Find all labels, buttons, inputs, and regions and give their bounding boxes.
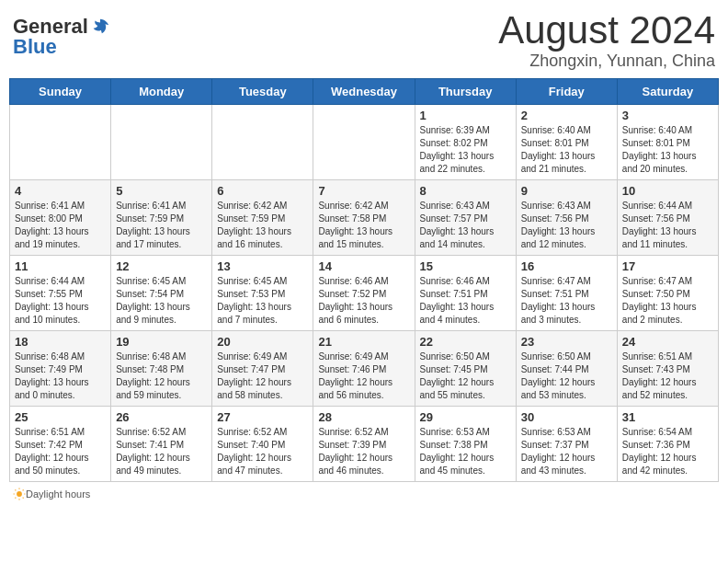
calendar-cell: 2Sunrise: 6:40 AM Sunset: 8:01 PM Daylig… <box>516 105 617 180</box>
day-info: Sunrise: 6:39 AM Sunset: 8:02 PM Dayligh… <box>420 124 511 176</box>
day-number: 27 <box>217 410 308 424</box>
calendar-cell: 28Sunrise: 6:52 AM Sunset: 7:39 PM Dayli… <box>313 407 415 482</box>
day-number: 7 <box>318 184 409 198</box>
day-number: 16 <box>521 259 612 273</box>
day-number: 2 <box>521 109 612 122</box>
day-info: Sunrise: 6:42 AM Sunset: 7:59 PM Dayligh… <box>217 200 308 251</box>
calendar-cell: 11Sunrise: 6:44 AM Sunset: 7:55 PM Dayli… <box>10 256 111 331</box>
calendar-cell: 21Sunrise: 6:49 AM Sunset: 7:46 PM Dayli… <box>313 331 415 407</box>
day-info: Sunrise: 6:46 AM Sunset: 7:51 PM Dayligh… <box>420 275 511 327</box>
day-info: Sunrise: 6:51 AM Sunset: 7:42 PM Dayligh… <box>15 426 106 477</box>
week-row-4: 18Sunrise: 6:48 AM Sunset: 7:49 PM Dayli… <box>10 331 719 407</box>
day-info: Sunrise: 6:47 AM Sunset: 7:51 PM Dayligh… <box>521 275 612 327</box>
day-number: 21 <box>318 335 409 349</box>
day-info: Sunrise: 6:48 AM Sunset: 7:49 PM Dayligh… <box>15 350 106 402</box>
day-number: 17 <box>622 259 713 273</box>
calendar-cell: 9Sunrise: 6:43 AM Sunset: 7:56 PM Daylig… <box>516 180 617 256</box>
day-info: Sunrise: 6:43 AM Sunset: 7:56 PM Dayligh… <box>521 200 612 251</box>
day-number: 1 <box>420 109 511 122</box>
day-info: Sunrise: 6:52 AM Sunset: 7:41 PM Dayligh… <box>116 426 207 477</box>
day-number: 5 <box>116 184 207 198</box>
day-number: 29 <box>420 410 511 424</box>
day-info: Sunrise: 6:48 AM Sunset: 7:48 PM Dayligh… <box>116 350 207 402</box>
day-number: 23 <box>521 335 612 349</box>
calendar-cell: 15Sunrise: 6:46 AM Sunset: 7:51 PM Dayli… <box>415 256 516 331</box>
day-number: 12 <box>116 259 207 273</box>
day-info: Sunrise: 6:54 AM Sunset: 7:36 PM Dayligh… <box>622 426 713 477</box>
day-info: Sunrise: 6:45 AM Sunset: 7:54 PM Dayligh… <box>116 275 207 327</box>
day-info: Sunrise: 6:51 AM Sunset: 7:43 PM Dayligh… <box>622 350 713 402</box>
calendar-cell: 7Sunrise: 6:42 AM Sunset: 7:58 PM Daylig… <box>313 180 415 256</box>
day-number: 11 <box>15 259 106 273</box>
svg-line-7 <box>23 490 24 491</box>
day-info: Sunrise: 6:41 AM Sunset: 7:59 PM Dayligh… <box>116 200 207 251</box>
week-row-2: 4Sunrise: 6:41 AM Sunset: 8:00 PM Daylig… <box>10 180 719 256</box>
calendar-cell: 25Sunrise: 6:51 AM Sunset: 7:42 PM Dayli… <box>10 407 111 482</box>
day-info: Sunrise: 6:49 AM Sunset: 7:47 PM Dayligh… <box>217 350 308 402</box>
calendar-cell: 6Sunrise: 6:42 AM Sunset: 7:59 PM Daylig… <box>212 180 313 256</box>
weekday-header-thursday: Thursday <box>415 79 516 105</box>
day-number: 18 <box>15 335 106 349</box>
calendar-cell: 1Sunrise: 6:39 AM Sunset: 8:02 PM Daylig… <box>415 105 516 180</box>
calendar-cell <box>313 105 415 180</box>
calendar-cell: 5Sunrise: 6:41 AM Sunset: 7:59 PM Daylig… <box>111 180 212 256</box>
calendar-cell: 13Sunrise: 6:45 AM Sunset: 7:53 PM Dayli… <box>212 256 313 331</box>
sun-icon <box>13 488 26 500</box>
day-info: Sunrise: 6:49 AM Sunset: 7:46 PM Dayligh… <box>318 350 409 402</box>
day-number: 8 <box>420 184 511 198</box>
day-info: Sunrise: 6:45 AM Sunset: 7:53 PM Dayligh… <box>217 275 308 327</box>
day-info: Sunrise: 6:50 AM Sunset: 7:44 PM Dayligh… <box>521 350 612 402</box>
logo-blue-text: Blue <box>13 35 57 59</box>
day-number: 20 <box>217 335 308 349</box>
day-number: 28 <box>318 410 409 424</box>
day-info: Sunrise: 6:40 AM Sunset: 8:01 PM Dayligh… <box>622 124 713 176</box>
calendar-cell: 29Sunrise: 6:53 AM Sunset: 7:38 PM Dayli… <box>415 407 516 482</box>
day-number: 19 <box>116 335 207 349</box>
weekday-header-tuesday: Tuesday <box>212 79 313 105</box>
day-number: 30 <box>521 410 612 424</box>
month-title: August 2024 <box>498 9 715 52</box>
day-number: 13 <box>217 259 308 273</box>
day-info: Sunrise: 6:44 AM Sunset: 7:56 PM Dayligh… <box>622 200 713 251</box>
day-info: Sunrise: 6:40 AM Sunset: 8:01 PM Dayligh… <box>521 124 612 176</box>
day-info: Sunrise: 6:46 AM Sunset: 7:52 PM Dayligh… <box>318 275 409 327</box>
day-info: Sunrise: 6:42 AM Sunset: 7:58 PM Dayligh… <box>318 200 409 251</box>
calendar-cell: 18Sunrise: 6:48 AM Sunset: 7:49 PM Dayli… <box>10 331 111 407</box>
calendar-cell: 27Sunrise: 6:52 AM Sunset: 7:40 PM Dayli… <box>212 407 313 482</box>
day-info: Sunrise: 6:52 AM Sunset: 7:39 PM Dayligh… <box>318 426 409 477</box>
calendar-cell: 22Sunrise: 6:50 AM Sunset: 7:45 PM Dayli… <box>415 331 516 407</box>
header: General Blue August 2024 Zhongxin, Yunna… <box>9 9 719 71</box>
calendar-cell: 14Sunrise: 6:46 AM Sunset: 7:52 PM Dayli… <box>313 256 415 331</box>
day-number: 4 <box>15 184 106 198</box>
logo-bird-icon <box>90 17 110 37</box>
calendar-cell <box>10 105 111 180</box>
day-number: 26 <box>116 410 207 424</box>
footer-note: Daylight hours <box>9 488 719 500</box>
svg-line-8 <box>15 498 16 499</box>
calendar-cell: 12Sunrise: 6:45 AM Sunset: 7:54 PM Dayli… <box>111 256 212 331</box>
calendar-cell: 4Sunrise: 6:41 AM Sunset: 8:00 PM Daylig… <box>10 180 111 256</box>
calendar-cell: 17Sunrise: 6:47 AM Sunset: 7:50 PM Dayli… <box>617 256 718 331</box>
calendar-cell: 26Sunrise: 6:52 AM Sunset: 7:41 PM Dayli… <box>111 407 212 482</box>
calendar-cell: 8Sunrise: 6:43 AM Sunset: 7:57 PM Daylig… <box>415 180 516 256</box>
calendar-cell: 16Sunrise: 6:47 AM Sunset: 7:51 PM Dayli… <box>516 256 617 331</box>
calendar-cell: 23Sunrise: 6:50 AM Sunset: 7:44 PM Dayli… <box>516 331 617 407</box>
day-number: 25 <box>15 410 106 424</box>
day-number: 22 <box>420 335 511 349</box>
day-number: 9 <box>521 184 612 198</box>
svg-line-6 <box>23 498 24 499</box>
title-area: August 2024 Zhongxin, Yunnan, China <box>498 9 715 71</box>
calendar-cell: 30Sunrise: 6:53 AM Sunset: 7:37 PM Dayli… <box>516 407 617 482</box>
weekday-header-monday: Monday <box>111 79 212 105</box>
calendar-cell: 20Sunrise: 6:49 AM Sunset: 7:47 PM Dayli… <box>212 331 313 407</box>
calendar-cell: 31Sunrise: 6:54 AM Sunset: 7:36 PM Dayli… <box>617 407 718 482</box>
day-number: 14 <box>318 259 409 273</box>
day-number: 31 <box>622 410 713 424</box>
weekday-header-sunday: Sunday <box>10 79 111 105</box>
location-subtitle: Zhongxin, Yunnan, China <box>498 52 715 71</box>
day-number: 15 <box>420 259 511 273</box>
day-info: Sunrise: 6:50 AM Sunset: 7:45 PM Dayligh… <box>420 350 511 402</box>
calendar-cell: 3Sunrise: 6:40 AM Sunset: 8:01 PM Daylig… <box>617 105 718 180</box>
day-info: Sunrise: 6:47 AM Sunset: 7:50 PM Dayligh… <box>622 275 713 327</box>
day-number: 10 <box>622 184 713 198</box>
